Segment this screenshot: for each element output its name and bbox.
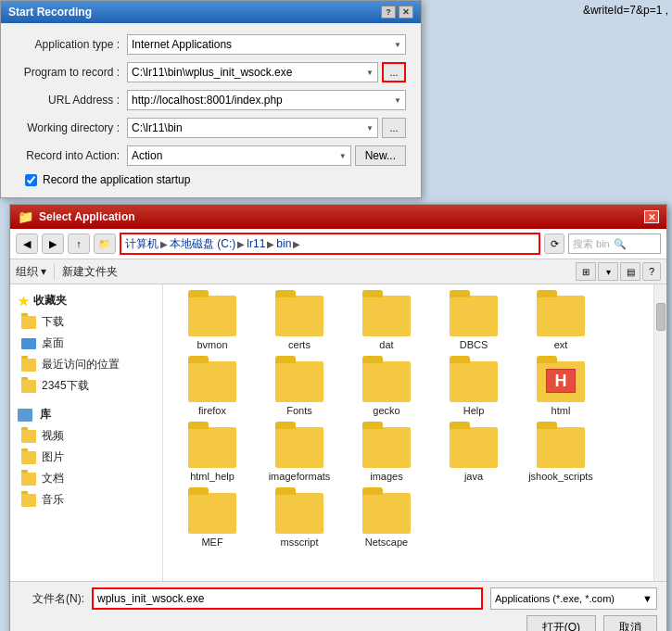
organize-button[interactable]: 组织 ▾ bbox=[16, 264, 46, 280]
folder-icon-lg bbox=[362, 361, 411, 402]
folder-icon-lg bbox=[275, 296, 323, 336]
sidebar-item-2345[interactable]: 2345下载 bbox=[10, 375, 162, 397]
scrollbar[interactable] bbox=[653, 284, 666, 581]
new-action-button[interactable]: New... bbox=[355, 145, 406, 166]
sidebar-recent-label: 最近访问的位置 bbox=[42, 357, 120, 372]
working-dir-row: Working directory : C:\lr11\bin ▼ ... bbox=[16, 118, 406, 138]
sidebar-desktop-label: 桌面 bbox=[42, 335, 64, 351]
app-type-dropdown[interactable]: Internet Applications ▼ bbox=[127, 34, 406, 55]
file-item[interactable]: msscript bbox=[258, 489, 341, 551]
cancel-button[interactable]: 取消 bbox=[603, 615, 657, 631]
files-grid: bvmoncertsdatDBCSextfirefoxFontsgeckoHel… bbox=[163, 284, 653, 581]
sidebar-2345-label: 2345下载 bbox=[42, 378, 89, 394]
file-item[interactable]: java bbox=[432, 423, 515, 486]
help-button[interactable]: ? bbox=[381, 6, 396, 19]
url-value: http://localhost:8001/index.php bbox=[132, 94, 283, 107]
breadcrumb-drive[interactable]: 本地磁盘 (C:) bbox=[170, 236, 235, 252]
file-toolbar: 组织 ▾ 新建文件夹 ⊞ ▾ ▤ ? bbox=[10, 259, 666, 284]
scrollbar-thumb[interactable] bbox=[656, 303, 666, 331]
folder-icon-lg bbox=[450, 361, 498, 402]
filename-input[interactable] bbox=[92, 587, 483, 610]
content-area: ★ 收藏夹 下载 桌面 最近访问的位置 2345下载 bbox=[10, 284, 666, 581]
file-label: ext bbox=[554, 339, 568, 350]
back-button[interactable]: ◀ bbox=[16, 233, 38, 254]
file-label: html bbox=[552, 405, 571, 416]
file-label: Fonts bbox=[286, 405, 312, 416]
breadcrumb-pc[interactable]: 计算机 bbox=[125, 236, 158, 252]
refresh-button[interactable]: ⟳ bbox=[544, 233, 564, 254]
url-dropdown[interactable]: http://localhost:8001/index.php ▼ bbox=[127, 90, 406, 110]
open-button[interactable]: 打开(O) bbox=[526, 615, 596, 631]
help-icon-button[interactable]: ? bbox=[642, 262, 661, 281]
sidebar-docs-label: 文档 bbox=[42, 471, 64, 486]
file-item[interactable]: images bbox=[345, 423, 428, 486]
folder-icon-lg bbox=[188, 427, 236, 468]
file-item[interactable]: Fonts bbox=[258, 358, 341, 420]
up-button[interactable]: ↑ bbox=[68, 233, 90, 254]
filetype-dropdown[interactable]: Applications (*.exe, *.com) ▼ bbox=[490, 587, 657, 610]
sidebar-item-download[interactable]: 下载 bbox=[10, 311, 162, 333]
sidebar-download-label: 下载 bbox=[42, 314, 64, 330]
app-type-control: Internet Applications ▼ bbox=[127, 34, 406, 55]
file-item[interactable]: jshook_scripts bbox=[519, 423, 602, 486]
library-section: 库 视频 图片 文档 音乐 bbox=[10, 404, 162, 511]
start-recording-titlebar: Start Recording ? ✕ bbox=[1, 1, 421, 23]
file-item[interactable]: certs bbox=[258, 292, 341, 354]
breadcrumb-folder2[interactable]: bin bbox=[276, 237, 291, 250]
sidebar-item-video[interactable]: 视频 bbox=[10, 425, 162, 447]
program-row: Program to record : C:\lr11\bin\wplus_in… bbox=[16, 62, 406, 82]
working-dir-dropdown[interactable]: C:\lr11\bin ▼ bbox=[127, 118, 378, 138]
folder-icon-lg bbox=[188, 361, 236, 402]
search-box[interactable]: 搜索 bin 🔍 bbox=[568, 233, 661, 254]
file-label: MEF bbox=[201, 536, 222, 548]
favorites-header[interactable]: ★ 收藏夹 bbox=[10, 290, 162, 311]
working-dir-browse-button[interactable]: ... bbox=[382, 118, 406, 138]
close-button[interactable]: ✕ bbox=[399, 6, 413, 19]
file-item[interactable]: bvmon bbox=[171, 292, 254, 354]
sidebar-item-music[interactable]: 音乐 bbox=[10, 489, 162, 511]
dialog-body: Application type : Internet Applications… bbox=[1, 23, 421, 197]
sidebar-item-recent[interactable]: 最近访问的位置 bbox=[10, 354, 162, 375]
file-item[interactable]: Netscape bbox=[345, 489, 428, 551]
browse-button[interactable]: ... bbox=[382, 62, 406, 82]
sidebar-music-label: 音乐 bbox=[42, 492, 64, 508]
file-item[interactable]: Hhtml bbox=[519, 358, 602, 420]
sidebar-item-desktop[interactable]: 桌面 bbox=[10, 333, 162, 354]
file-item[interactable]: DBCS bbox=[432, 292, 515, 354]
breadcrumb[interactable]: 计算机 ▶ 本地磁盘 (C:) ▶ lr11 ▶ bin ▶ bbox=[120, 233, 540, 255]
breadcrumb-folder1[interactable]: lr11 bbox=[247, 237, 265, 250]
program-dropdown[interactable]: C:\lr11\bin\wplus_init_wsock.exe ▼ bbox=[127, 62, 378, 82]
select-app-close-button[interactable]: ✕ bbox=[644, 210, 659, 223]
file-item[interactable]: Help bbox=[432, 358, 515, 420]
search-icon: 🔍 bbox=[614, 238, 627, 250]
view-grid-button[interactable]: ⊞ bbox=[576, 262, 596, 281]
file-item[interactable]: ext bbox=[519, 292, 602, 354]
file-label: html_help bbox=[190, 471, 235, 482]
file-item[interactable]: gecko bbox=[345, 358, 428, 420]
file-label: Netscape bbox=[365, 536, 408, 548]
view-dropdown-button[interactable]: ▾ bbox=[598, 262, 618, 281]
file-item[interactable]: MEF bbox=[171, 489, 254, 551]
folder-icon-lg bbox=[537, 296, 585, 336]
breadcrumb-sep2: ▶ bbox=[237, 239, 245, 249]
file-item[interactable]: imageformats bbox=[258, 423, 341, 486]
new-folder-button[interactable]: 新建文件夹 bbox=[62, 264, 118, 280]
sidebar-item-docs[interactable]: 文档 bbox=[10, 468, 162, 489]
favorites-section: ★ 收藏夹 下载 桌面 最近访问的位置 2345下载 bbox=[10, 290, 162, 397]
file-item[interactable]: firefox bbox=[171, 358, 254, 420]
url-control: http://localhost:8001/index.php ▼ bbox=[127, 90, 406, 110]
file-item[interactable]: dat bbox=[345, 292, 428, 354]
view-list-button[interactable]: ▤ bbox=[620, 262, 640, 281]
library-header[interactable]: 库 bbox=[10, 404, 162, 425]
record-into-dropdown[interactable]: Action ▼ bbox=[127, 145, 351, 166]
program-value: C:\lr11\bin\wplus_init_wsock.exe bbox=[132, 66, 292, 79]
library-label: 库 bbox=[40, 407, 51, 423]
forward-button[interactable]: ▶ bbox=[42, 233, 64, 254]
file-item[interactable]: html_help bbox=[171, 423, 254, 486]
search-placeholder: 搜索 bin bbox=[573, 237, 610, 251]
file-label: imageformats bbox=[269, 471, 331, 482]
folder-video-icon bbox=[21, 430, 36, 443]
file-label: images bbox=[370, 471, 402, 482]
sidebar-item-pictures[interactable]: 图片 bbox=[10, 447, 162, 468]
startup-checkbox[interactable] bbox=[25, 174, 37, 186]
